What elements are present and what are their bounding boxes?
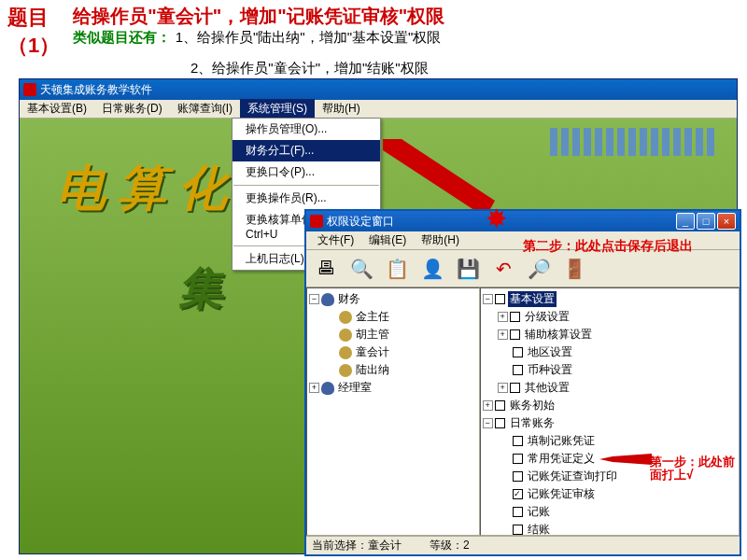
app-title: 天顿集成账务教学软件: [40, 82, 152, 98]
perm-common[interactable]: 常用凭证定义: [526, 451, 597, 467]
chk-audit[interactable]: ✓: [513, 489, 523, 499]
search-icon[interactable]: 🔎: [522, 252, 556, 286]
perm-fill[interactable]: 填制记账凭证: [526, 433, 597, 449]
status-lvl-label: 等级：: [430, 539, 463, 552]
perm-menu-file[interactable]: 文件(F): [310, 231, 361, 250]
perm-basic[interactable]: 基本设置: [508, 291, 557, 307]
chk-fill[interactable]: [513, 436, 523, 446]
op-jin[interactable]: 金主任: [354, 309, 391, 325]
chk[interactable]: [513, 347, 523, 357]
perm-query[interactable]: 记账凭证查询打印: [526, 469, 619, 484]
menu-basic[interactable]: 基本设置(B): [20, 99, 94, 119]
tree-expand-icon[interactable]: +: [309, 383, 319, 393]
tree-collapse-icon[interactable]: −: [309, 294, 319, 304]
tree-expand-icon[interactable]: +: [498, 329, 508, 340]
chk-basic[interactable]: [495, 294, 505, 304]
star-marker: ✸: [486, 203, 507, 234]
menu-system[interactable]: 系统管理(S): [240, 99, 315, 119]
close-button[interactable]: ×: [717, 213, 736, 230]
title-label: 题目: [7, 4, 49, 32]
annotation-step2: 第二步：此处点击保存后退出: [523, 238, 693, 255]
perm-currency[interactable]: 币种设置: [526, 362, 574, 378]
people-icon: [321, 382, 334, 395]
perm-book[interactable]: 记账: [526, 504, 552, 520]
chk[interactable]: [510, 329, 520, 340]
print-icon[interactable]: 🖶: [309, 252, 343, 286]
tree-expand-icon[interactable]: +: [498, 312, 508, 322]
op-tong[interactable]: 童会计: [354, 344, 391, 360]
person-icon: [339, 311, 352, 324]
perm-icon: [310, 215, 323, 228]
chk-book[interactable]: [513, 507, 523, 517]
arrow-to-save-icon: [374, 135, 495, 219]
app-menubar: 基本设置(B) 日常账务(D) 账簿查询(I) 系统管理(S) 帮助(H): [20, 100, 737, 119]
person-icon: [339, 364, 352, 377]
dd-change-pwd[interactable]: 更换口令(P)...: [233, 161, 380, 183]
perm-close[interactable]: 结账: [526, 522, 552, 536]
perm-menu-edit[interactable]: 编辑(E): [361, 231, 414, 250]
dd-finance-divide[interactable]: 财务分工(F)...: [233, 140, 380, 161]
arrow-to-checkbox-icon: [599, 452, 652, 467]
perm-daily[interactable]: 日常账务: [508, 415, 557, 431]
svg-marker-1: [599, 454, 652, 465]
bg-text-2: 集: [178, 259, 223, 318]
menu-help[interactable]: 帮助(H): [315, 99, 368, 119]
minimize-button[interactable]: _: [676, 213, 695, 230]
status-bar: 当前选择：童会计 等级：2: [306, 536, 740, 554]
status-sel-label: 当前选择：: [312, 539, 368, 552]
tree-collapse-icon[interactable]: −: [483, 294, 493, 304]
perm-other[interactable]: 其他设置: [523, 380, 571, 396]
similar-label: 类似题目还有：: [73, 29, 171, 47]
op-lu[interactable]: 陆出纳: [354, 362, 391, 378]
bg-graphic: [550, 128, 718, 156]
maximize-button[interactable]: □: [697, 213, 715, 230]
perm-region[interactable]: 地区设置: [526, 344, 574, 360]
chk[interactable]: [510, 383, 520, 393]
dd-sep-1: [233, 185, 379, 186]
perm-toolbar: 🖶 🔍 📋 👤 💾 ↶ 🔎 🚪: [306, 250, 740, 287]
tree-expand-icon[interactable]: +: [498, 383, 508, 393]
menu-ledger[interactable]: 账簿查询(I): [170, 99, 240, 119]
status-lvl-val: 2: [463, 539, 470, 552]
similar-item-2: 2、给操作员"童会计"，增加"结账"权限: [190, 60, 740, 77]
menu-daily[interactable]: 日常账务(D): [94, 99, 170, 119]
similar-item-1: 1、给操作员"陆出纳"，增加"基本设置"权限: [176, 29, 442, 45]
chk[interactable]: [510, 312, 520, 322]
exit-icon[interactable]: 🚪: [557, 252, 591, 286]
person-icon: [339, 346, 352, 359]
tree-collapse-icon[interactable]: −: [483, 418, 493, 428]
chk-query[interactable]: [513, 471, 523, 482]
person-icon: [339, 329, 352, 342]
dd-operator-mgmt[interactable]: 操作员管理(O)...: [233, 119, 380, 140]
perm-init[interactable]: 账务初始: [508, 398, 557, 413]
chk[interactable]: [495, 418, 505, 428]
permission-window: 权限设定窗口 _ □ × 文件(F) 编辑(E) 帮助(H) 🖶 🔍 📋 👤 💾…: [304, 209, 741, 556]
operator-tree[interactable]: −财务 金主任 胡主管 童会计 陆出纳 +经理室: [306, 287, 480, 536]
undo-icon[interactable]: ↶: [486, 252, 520, 286]
status-sel-val: 童会计: [368, 539, 402, 552]
dd-change-op[interactable]: 更换操作员(R)...: [233, 188, 380, 209]
permission-tree[interactable]: −基本设置 +分级设置 +辅助核算设置 地区设置 币种设置 +其他设置 +账务初…: [480, 287, 740, 536]
copy-icon[interactable]: 📋: [380, 252, 414, 286]
op-hu[interactable]: 胡主管: [354, 327, 391, 343]
perm-titlebar: 权限设定窗口 _ □ ×: [306, 211, 740, 231]
save-icon[interactable]: 💾: [451, 252, 485, 286]
chk[interactable]: [495, 400, 505, 411]
user-icon[interactable]: 👤: [416, 252, 449, 286]
bg-text-1: 电 算 化: [57, 156, 227, 221]
perm-audit[interactable]: 记账凭证审核: [526, 486, 597, 502]
chk[interactable]: [513, 365, 523, 375]
chk-common[interactable]: [513, 454, 523, 464]
tree-expand-icon[interactable]: +: [483, 400, 493, 411]
people-icon: [321, 293, 334, 306]
preview-icon[interactable]: 🔍: [345, 252, 378, 286]
app-icon: [23, 83, 36, 96]
perm-menu-help[interactable]: 帮助(H): [414, 231, 467, 250]
dept-finance[interactable]: 财务: [336, 291, 362, 307]
chk-close[interactable]: [513, 525, 523, 535]
title-text: 给操作员"童会计"，增加"记账凭证审核"权限: [73, 6, 444, 26]
perm-level[interactable]: 分级设置: [523, 309, 571, 325]
perm-title: 权限设定窗口: [327, 214, 394, 230]
perm-aux[interactable]: 辅助核算设置: [523, 327, 594, 343]
dept-manager[interactable]: 经理室: [336, 380, 374, 396]
